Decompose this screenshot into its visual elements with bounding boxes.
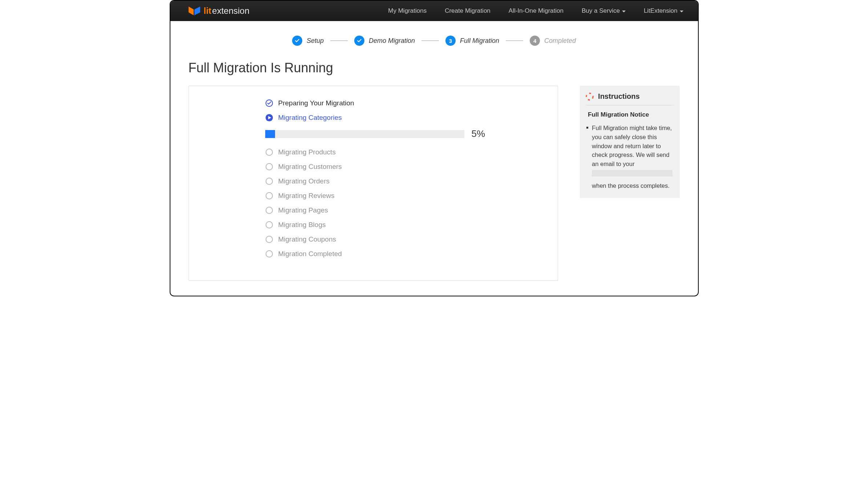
progress-bar [265,130,464,138]
task-customers: Migrating Customers [265,163,485,171]
task-label: Migrating Customers [278,163,342,171]
nav-label: My Migrations [388,7,427,15]
progress-percent: 5% [472,128,485,139]
circle-empty-icon [265,177,273,185]
play-circle-icon [265,114,273,122]
chevron-down-icon [622,11,626,12]
check-icon [354,36,364,46]
step-connector [330,40,348,41]
sidebar-title: Instructions [598,92,639,101]
circle-empty-icon [265,250,273,258]
task-label: Migrating Categories [278,114,342,122]
check-circle-icon [265,99,273,107]
top-navbar: litextension My Migrations Create Migrat… [170,1,698,21]
task-reviews: Migrating Reviews [265,192,485,200]
nav-all-in-one[interactable]: All-In-One Migration [509,7,564,15]
nav-buy-service[interactable]: Buy a Service [582,7,626,15]
step-completed[interactable]: 4 Completed [530,36,576,46]
task-orders: Migrating Orders [265,177,485,185]
task-completed: Migration Completed [265,250,485,258]
notice-item: Full Migration might take time, you can … [586,123,674,190]
redacted-email [592,170,672,177]
step-setup[interactable]: Setup [292,36,324,46]
step-label: Setup [307,37,324,45]
task-label: Migrating Orders [278,177,330,185]
circle-empty-icon [265,163,273,171]
svg-point-5 [586,93,593,100]
step-label: Full Migration [460,37,499,45]
circle-empty-icon [265,221,273,229]
task-products: Migrating Products [265,148,485,156]
step-demo-migration[interactable]: Demo Migration [354,36,415,46]
progress-fill [265,130,275,138]
check-icon [292,36,302,46]
task-coupons: Migrating Coupons [265,235,485,243]
task-label: Migrating Blogs [278,221,326,229]
task-label: Migrating Products [278,148,336,156]
task-preparing: Preparing Your Migration [265,99,485,107]
step-label: Completed [544,37,576,45]
task-label: Migrating Pages [278,206,328,214]
nav-litextension[interactable]: LitExtension [644,7,683,15]
nav-label: Buy a Service [582,7,620,15]
step-label: Demo Migration [369,37,415,45]
nav-create-migration[interactable]: Create Migration [445,7,490,15]
page-title: Full Migration Is Running [189,60,680,76]
nav-label: All-In-One Migration [509,7,564,15]
chevron-down-icon [680,11,683,12]
svg-marker-1 [194,7,200,15]
circle-empty-icon [265,148,273,156]
circle-empty-icon [265,206,273,214]
logo-text-lit: lit [204,6,211,16]
step-full-migration[interactable]: 3 Full Migration [445,36,499,46]
task-label: Migrating Coupons [278,235,336,243]
page-content: Setup Demo Migration 3 Full Migration 4 … [170,21,698,281]
app-frame: litextension My Migrations Create Migrat… [170,0,699,296]
instructions-sidebar: Instructions Full Migration Notice Full … [580,86,679,198]
step-connector [506,40,523,41]
notice-title: Full Migration Notice [588,111,674,118]
bullet-icon [586,127,588,129]
notice-text: Full Migration might take time, you can … [592,123,672,190]
life-ring-icon [586,93,594,101]
brand-logo[interactable]: litextension [189,6,250,16]
task-label: Preparing Your Migration [278,99,354,107]
migration-panel: Preparing Your Migration Migrating Categ… [189,86,558,281]
task-label: Migration Completed [278,250,342,258]
notice-line-1: Full Migration might take time, you can … [592,125,672,167]
nav-my-migrations[interactable]: My Migrations [388,7,427,15]
notice-line-2: when the process completes. [592,182,670,189]
progress-row: 5% [265,128,485,139]
task-categories: Migrating Categories [265,114,485,122]
circle-empty-icon [265,235,273,243]
step-number-icon: 4 [530,36,540,46]
logo-icon [189,6,200,16]
logo-text-ext: extension [212,6,250,16]
circle-empty-icon [265,192,273,200]
progress-stepper: Setup Demo Migration 3 Full Migration 4 … [189,36,680,46]
nav-label: LitExtension [644,7,678,15]
main-columns: Preparing Your Migration Migrating Categ… [189,86,680,281]
step-number-icon: 3 [445,36,456,46]
task-label: Migrating Reviews [278,192,335,200]
task-blogs: Migrating Blogs [265,221,485,229]
svg-marker-0 [189,7,194,15]
nav-label: Create Migration [445,7,490,15]
task-pages: Migrating Pages [265,206,485,214]
sidebar-header: Instructions [586,92,674,105]
step-connector [421,40,439,41]
primary-nav: My Migrations Create Migration All-In-On… [388,7,683,15]
